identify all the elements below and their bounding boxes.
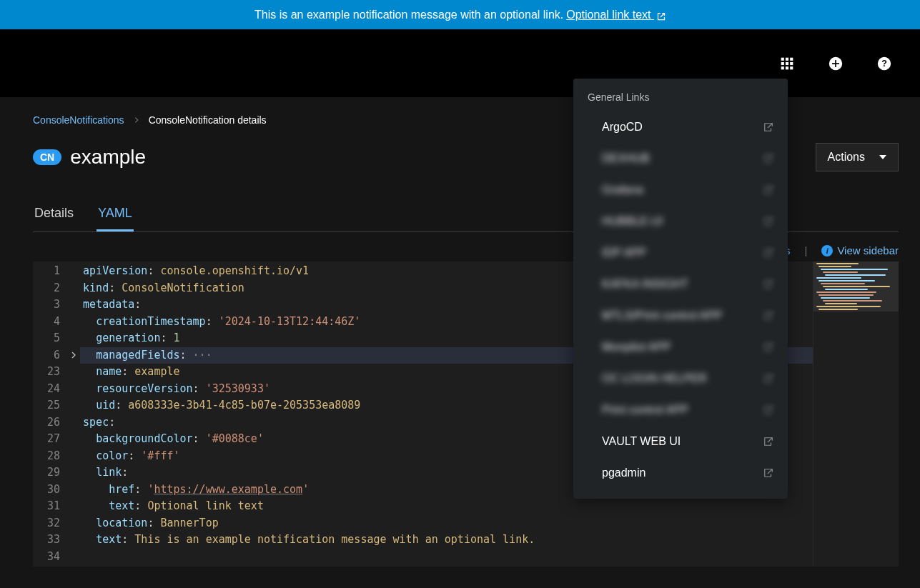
line-number: 6 [47, 347, 60, 364]
actions-button[interactable]: Actions [816, 143, 899, 171]
line-number: 30 [47, 482, 60, 499]
banner-text: This is an example notification message … [254, 9, 563, 21]
actions-label: Actions [828, 151, 865, 164]
fold-chevron-icon[interactable] [67, 347, 80, 364]
external-link-icon [763, 185, 773, 195]
dropdown-item[interactable]: VAULT WEB UI [573, 426, 788, 457]
svg-rect-11 [832, 63, 839, 64]
line-number: 25 [47, 397, 60, 414]
code-line[interactable]: text: This is an example notification me… [80, 532, 813, 549]
view-sidebar-text: View sidebar [837, 244, 899, 256]
dropdown-item[interactable]: pgadmin [573, 457, 788, 489]
svg-rect-4 [786, 61, 788, 64]
svg-rect-3 [781, 61, 784, 64]
line-number: 31 [47, 498, 60, 515]
dropdown-item[interactable]: IDP APP [573, 237, 788, 269]
tab-details[interactable]: Details [33, 197, 75, 231]
svg-rect-6 [781, 66, 784, 69]
line-number: 26 [47, 414, 60, 432]
dropdown-item-label: HUBBLE-UI [602, 215, 663, 228]
plus-icon[interactable] [829, 56, 843, 71]
dropdown-item-label: IDP APP [602, 246, 646, 259]
external-link-icon [763, 154, 773, 164]
breadcrumb-parent[interactable]: ConsoleNotifications [33, 114, 124, 126]
line-number: 27 [47, 431, 60, 448]
line-number: 24 [47, 381, 60, 398]
toolbar-separator: | [804, 244, 807, 256]
line-number: 29 [47, 464, 60, 482]
dropdown-item[interactable]: MTLS/Print control APP [573, 300, 788, 332]
dropdown-item-label: pgadmin [602, 467, 646, 479]
svg-rect-8 [790, 66, 793, 69]
line-number: 5 [47, 330, 60, 347]
chevron-right-icon [133, 114, 140, 126]
line-number: 34 [47, 549, 60, 566]
dropdown-item-label: OC LOGIN HELPER [602, 372, 707, 385]
caret-down-icon [879, 155, 886, 159]
page-title: example [70, 146, 146, 169]
app-launcher-dropdown: General Links ArgoCDDEXHUBGrafanaHUBBLE-… [573, 79, 788, 499]
external-link-icon [763, 405, 773, 415]
external-link-icon [763, 342, 773, 352]
external-link-icon [657, 11, 666, 19]
line-number: 3 [47, 297, 60, 314]
info-icon: i [821, 245, 833, 256]
breadcrumb-current: ConsoleNotification details [149, 114, 267, 126]
svg-rect-2 [790, 57, 793, 60]
help-icon[interactable]: ? [877, 56, 891, 71]
dropdown-item-label: MTLS/Print control APP [602, 309, 722, 322]
external-link-icon [763, 468, 773, 478]
dropdown-item-label: Print control APP [602, 404, 688, 417]
minimap[interactable] [813, 261, 899, 567]
dropdown-item[interactable]: Grafana [573, 174, 788, 206]
line-number: 4 [47, 314, 60, 331]
dropdown-item[interactable]: Print control APP [573, 394, 788, 426]
dropdown-item-label: ArgoCD [602, 121, 643, 134]
line-number: 2 [47, 280, 60, 297]
dropdown-item-label: DEXHUB [602, 152, 650, 165]
dropdown-header: General Links [573, 91, 788, 111]
line-number: 1 [47, 263, 60, 280]
external-link-icon [763, 216, 773, 226]
line-number-gutter: 123456232425262728293031323334 [33, 261, 67, 567]
dropdown-item[interactable]: OC LOGIN HELPER [573, 363, 788, 394]
external-link-icon [763, 437, 773, 447]
code-line[interactable]: location: BannerTop [80, 515, 813, 532]
svg-rect-1 [786, 57, 788, 60]
dropdown-item[interactable]: HUBBLE-UI [573, 206, 788, 237]
svg-text:?: ? [881, 59, 887, 69]
tab-yaml[interactable]: YAML [97, 197, 134, 231]
external-link-icon [763, 279, 773, 289]
svg-rect-0 [781, 57, 784, 60]
banner-link[interactable]: Optional link text [566, 9, 666, 21]
external-link-icon [763, 122, 773, 132]
svg-rect-5 [790, 61, 793, 64]
minimap-viewport[interactable] [813, 261, 899, 312]
dropdown-item[interactable]: DEXHUB [573, 143, 788, 174]
dropdown-item[interactable]: KAFKA INSIGHT [573, 269, 788, 300]
line-number: 28 [47, 448, 60, 465]
dropdown-item-label: KAFKA INSIGHT [602, 278, 688, 291]
banner-link-text: Optional link text [566, 9, 651, 21]
dropdown-item-label: VAULT WEB UI [602, 435, 681, 448]
line-number: 32 [47, 515, 60, 532]
code-line[interactable] [80, 549, 813, 566]
view-sidebar-link[interactable]: i View sidebar [821, 244, 899, 256]
notification-banner: This is an example notification message … [0, 0, 920, 29]
svg-rect-7 [786, 66, 788, 69]
app-launcher-icon[interactable] [780, 56, 794, 71]
external-link-icon [763, 374, 773, 384]
line-number: 33 [47, 532, 60, 549]
dropdown-item-label: Monpilot APP [602, 341, 671, 354]
code-line[interactable]: text: Optional link text [80, 498, 813, 515]
line-number: 23 [47, 364, 60, 381]
resource-badge: CN [33, 149, 61, 165]
fold-gutter [67, 261, 80, 567]
dropdown-item[interactable]: ArgoCD [573, 111, 788, 143]
external-link-icon [763, 248, 773, 258]
dropdown-item-label: Grafana [602, 184, 643, 196]
external-link-icon [763, 311, 773, 321]
dropdown-item[interactable]: Monpilot APP [573, 332, 788, 363]
